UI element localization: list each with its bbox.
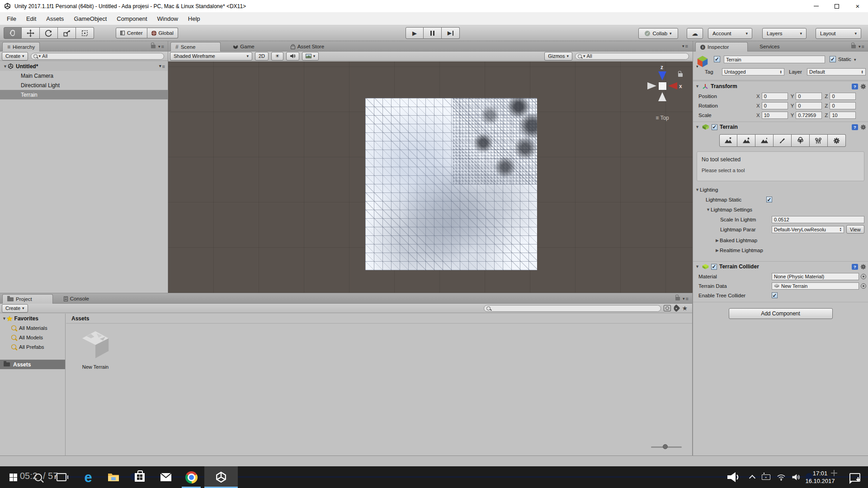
viewport-lock-icon[interactable]	[678, 70, 683, 79]
foldout-icon[interactable]: ▼	[2, 316, 7, 321]
rotation-z-field[interactable]: 0	[830, 102, 856, 109]
help-icon[interactable]: ?	[852, 124, 858, 130]
edge-taskbar-icon[interactable]: e	[78, 466, 99, 488]
favorites-all-prefabs[interactable]: All Prefabs	[0, 342, 65, 352]
object-picker-icon[interactable]	[861, 283, 866, 289]
add-component-button[interactable]: Add Component	[729, 308, 833, 319]
minimize-button[interactable]	[806, 0, 826, 12]
terrain-settings-button[interactable]	[828, 134, 846, 147]
tab-scene[interactable]: # Scene	[170, 42, 221, 52]
menu-file[interactable]: File	[2, 15, 21, 22]
position-z-field[interactable]: 0	[830, 93, 856, 100]
raise-lower-terrain-button[interactable]	[719, 134, 737, 147]
lightmap-settings-foldout[interactable]: ▼Lightmap Settings	[704, 205, 754, 214]
cloud-button[interactable]: ☁	[687, 28, 703, 39]
hand-tool-button[interactable]	[4, 27, 22, 39]
tab-project[interactable]: Project	[2, 294, 53, 304]
static-dropdown-icon[interactable]: ▾	[854, 58, 856, 62]
axis-z-cone[interactable]	[658, 71, 666, 80]
hierarchy-item-main-camera[interactable]: Main Camera	[0, 71, 168, 80]
help-icon[interactable]: ?	[852, 84, 858, 89]
tree-collider-checkbox[interactable]: ✓	[772, 292, 778, 298]
rotation-x-field[interactable]: 0	[762, 102, 788, 109]
paint-height-button[interactable]	[737, 134, 755, 147]
scale-tool-button[interactable]	[58, 27, 76, 39]
file-explorer-taskbar-icon[interactable]	[103, 466, 124, 488]
smooth-height-button[interactable]	[755, 134, 774, 147]
pause-button[interactable]	[424, 27, 442, 39]
thumbnail-zoom-knob[interactable]	[663, 444, 668, 449]
mail-taskbar-icon[interactable]	[156, 466, 176, 488]
position-x-field[interactable]: 0	[762, 93, 788, 100]
tab-hierarchy[interactable]: ≡ Hierarchy	[2, 42, 40, 52]
lock-icon[interactable]	[151, 45, 156, 48]
scene-panel-menu-icon[interactable]: ▾≡	[682, 43, 688, 49]
panel-menu-icon[interactable]: ▾≡	[158, 44, 164, 49]
scale-z-field[interactable]: 10	[830, 112, 856, 119]
lighting-toggle-button[interactable]: ☀	[271, 52, 283, 61]
project-search-input[interactable]	[484, 305, 661, 312]
object-name-field[interactable]: Terrain	[724, 56, 825, 63]
orientation-gizmo[interactable]: z x	[642, 64, 683, 109]
object-picker-icon[interactable]	[861, 274, 866, 279]
panel-menu-icon[interactable]: ▾≡	[859, 44, 864, 49]
lightmap-parameters-dropdown[interactable]: Default-VeryLowResolu▲▼	[772, 226, 844, 233]
tray-battery-icon[interactable]: ×	[759, 466, 773, 488]
step-button[interactable]: ▶	[442, 27, 460, 39]
scene-row-untitled[interactable]: ▼ Untitled* ▾≡	[0, 61, 168, 71]
scene-search-input[interactable]: ▾ All	[575, 53, 689, 60]
gizmos-dropdown[interactable]: Gizmos▾	[544, 52, 572, 61]
asset-item-new-terrain[interactable]: New Terrain	[71, 326, 120, 370]
scene-row-menu-icon[interactable]: ▾≡	[159, 64, 165, 69]
position-y-field[interactable]: 0	[796, 93, 822, 100]
hierarchy-search-input[interactable]: ▾ All	[31, 53, 164, 60]
lock-icon[interactable]	[675, 297, 680, 300]
project-create-button[interactable]: Create▾	[2, 304, 28, 313]
material-field[interactable]: None (Physic Material)	[772, 273, 859, 280]
active-checkbox[interactable]: ✓	[714, 56, 720, 62]
tab-asset-store[interactable]: Asset Store	[286, 42, 329, 51]
layer-dropdown[interactable]: Default▲▼	[807, 68, 866, 75]
collab-button[interactable]: ✓ Collab▾	[638, 28, 678, 39]
move-tool-button[interactable]	[22, 27, 40, 39]
rotation-y-field[interactable]: 0	[796, 102, 822, 109]
search-by-type-icon[interactable]	[664, 305, 671, 311]
static-checkbox[interactable]: ✓	[830, 56, 836, 62]
foldout-icon[interactable]: ▼	[695, 84, 700, 89]
favorite-star-icon[interactable]: ★	[682, 305, 688, 312]
tab-game[interactable]: Game	[229, 42, 259, 51]
view-mode-label[interactable]: ≡ Top	[642, 115, 683, 121]
panel-menu-icon[interactable]: ▾≡	[683, 296, 689, 301]
menu-component[interactable]: Component	[112, 15, 152, 22]
gear-icon[interactable]	[860, 84, 866, 89]
tray-expand-button[interactable]	[746, 466, 759, 488]
foldout-icon[interactable]: ▼	[695, 264, 700, 269]
hierarchy-item-terrain[interactable]: Terrain	[0, 90, 168, 99]
account-dropdown[interactable]: Account▾	[708, 28, 752, 39]
paint-details-button[interactable]	[810, 134, 828, 147]
menu-window[interactable]: Window	[152, 15, 183, 22]
terrain-data-field[interactable]: New Terrain	[772, 282, 859, 290]
2d-toggle-button[interactable]: 2D	[255, 52, 269, 61]
pivot-center-button[interactable]: Center	[116, 28, 147, 38]
action-center-button[interactable]	[844, 466, 865, 488]
lighting-foldout[interactable]: ▼Lighting	[693, 185, 720, 194]
help-icon[interactable]: ?	[852, 264, 858, 270]
menu-assets[interactable]: Assets	[41, 15, 69, 22]
scene-viewport[interactable]: z x ≡ Top	[168, 61, 693, 293]
hierarchy-create-button[interactable]: Create▾	[2, 52, 28, 61]
foldout-icon[interactable]: ▼	[695, 125, 700, 129]
menu-edit[interactable]: Edit	[21, 15, 41, 22]
rotate-tool-button[interactable]	[40, 27, 58, 39]
rect-tool-button[interactable]	[76, 27, 94, 39]
store-taskbar-icon[interactable]	[129, 466, 150, 488]
favorites-all-models[interactable]: All Models	[0, 333, 65, 342]
hierarchy-item-directional-light[interactable]: Directional Light	[0, 80, 168, 90]
effects-dropdown[interactable]: ▾	[302, 52, 319, 61]
gear-icon[interactable]	[860, 264, 866, 270]
tag-dropdown[interactable]: Untagged▲▼	[722, 68, 784, 75]
scale-in-lightmap-field[interactable]: 0.0512	[772, 216, 864, 223]
collider-enabled-checkbox[interactable]: ✓	[711, 264, 717, 270]
favorites-row[interactable]: ▼ ★ Favorites	[0, 314, 65, 323]
baked-lightmap-foldout[interactable]: ▶Baked Lightmap	[713, 235, 759, 245]
